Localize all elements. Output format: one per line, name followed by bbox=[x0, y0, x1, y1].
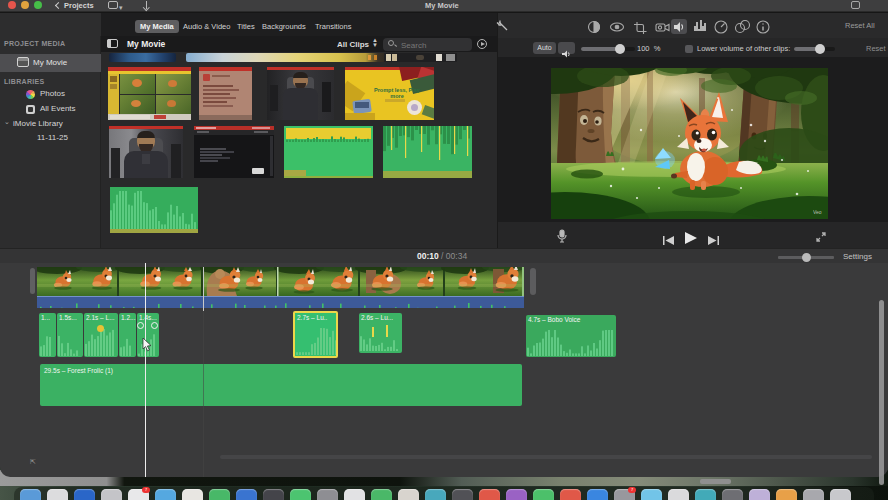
svg-text:Veo: Veo bbox=[813, 209, 822, 215]
